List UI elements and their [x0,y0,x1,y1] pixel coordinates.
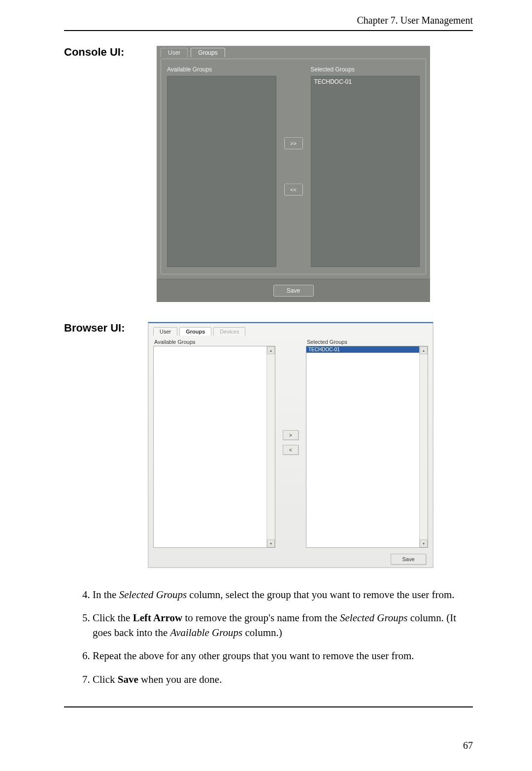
browser-available-label: Available Groups [154,339,275,345]
step-7: Click Save when you are done. [93,672,473,687]
scroll-down-icon[interactable]: ▾ [267,539,275,547]
browser-tab-user[interactable]: User [153,327,177,335]
browser-available-listbox[interactable]: ▴ ▾ [153,346,275,548]
browser-save-button[interactable]: Save [391,554,426,565]
header-rule [64,30,473,31]
console-tab-groups[interactable]: Groups [191,48,225,57]
running-header: Chapter 7. User Management [64,15,473,26]
scroll-up-icon[interactable]: ▴ [267,346,275,354]
label-browser-ui: Browser UI: [64,322,148,335]
console-move-right-button[interactable]: >> [284,137,303,149]
step-4: In the Selected Groups column, select th… [93,588,473,602]
browser-available-scrollbar[interactable]: ▴ ▾ [266,346,275,547]
console-selected-item[interactable]: TECHDOC-01 [314,78,417,85]
browser-tab-devices[interactable]: Devices [213,327,245,335]
browser-tab-groups[interactable]: Groups [179,327,211,335]
step-5: Click the Left Arrow to remove the group… [93,611,473,640]
console-available-listbox[interactable] [167,76,276,267]
browser-selected-scrollbar[interactable]: ▴ ▾ [419,346,428,547]
browser-selected-item[interactable]: TECHDOC-01 [306,346,428,353]
browser-move-right-button[interactable]: > [283,430,299,440]
console-selected-listbox[interactable]: TECHDOC-01 [311,76,420,267]
console-save-button[interactable]: Save [273,285,314,297]
scroll-down-icon[interactable]: ▾ [420,539,428,547]
page-number: 67 [463,740,473,751]
instruction-list: In the Selected Groups column, select th… [64,588,473,687]
console-available-label: Available Groups [167,66,276,73]
label-console-ui: Console UI: [64,46,148,59]
browser-screenshot: User Groups Devices Available Groups ▴ ▾ [148,322,433,568]
scroll-up-icon[interactable]: ▴ [420,346,428,354]
browser-move-left-button[interactable]: < [283,445,299,455]
footer-rule [64,706,473,707]
console-selected-label: Selected Groups [311,66,420,73]
step-6: Repeat the above for any other groups th… [93,649,473,663]
browser-selected-label: Selected Groups [307,339,428,345]
console-screenshot: User Groups Available Groups >> << Selec… [157,46,430,302]
console-tab-user[interactable]: User [161,48,188,57]
browser-selected-listbox[interactable]: TECHDOC-01 ▴ ▾ [306,346,428,548]
console-move-left-button[interactable]: << [284,184,303,196]
